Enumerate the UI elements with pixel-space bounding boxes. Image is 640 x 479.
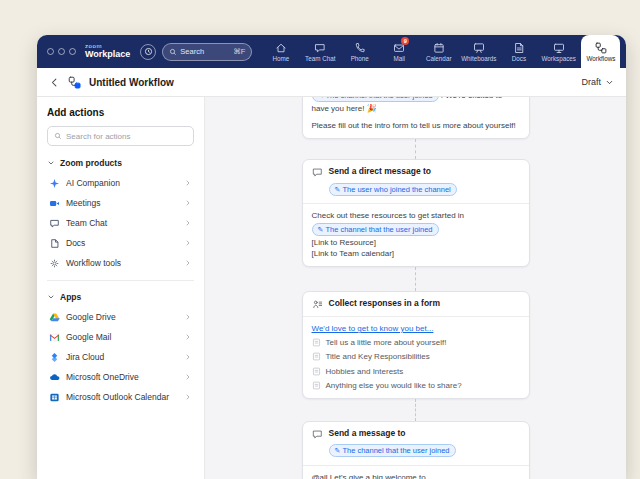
sidebar-item-meetings[interactable]: Meetings <box>47 193 194 213</box>
pencil-icon: ✎ <box>335 445 341 456</box>
outlook-calendar-icon <box>49 392 60 403</box>
workflow-card-send-message-2[interactable]: Send a message to ✎The channel that the … <box>302 421 530 479</box>
google-drive-icon <box>49 312 60 323</box>
back-button[interactable] <box>49 77 60 88</box>
nav-label: Mail <box>393 55 405 62</box>
nav-item-workspaces[interactable]: Workspaces <box>541 35 576 68</box>
sidebar-item-jira-cloud[interactable]: Jira Cloud <box>47 347 194 367</box>
variable-pill-user[interactable]: ✎The user who joined the channel <box>329 183 457 196</box>
link-placeholder: [Link to Resource] <box>312 237 520 248</box>
form-question: Anything else you would like to share? <box>326 380 462 391</box>
nav-item-phone[interactable]: Phone <box>343 35 377 68</box>
chat-bubble-icon <box>312 429 323 440</box>
pencil-icon: ✎ <box>318 97 324 101</box>
chevron-right-icon <box>184 373 192 381</box>
actions-search[interactable] <box>47 126 194 146</box>
team-chat-icon <box>314 42 326 54</box>
variable-pill-channel[interactable]: ✎The channel that the user joined <box>312 223 439 236</box>
onedrive-icon <box>49 372 60 383</box>
card-header: Collect responses in a form <box>303 292 529 317</box>
meetings-icon <box>49 198 60 209</box>
status-dropdown[interactable]: Draft <box>581 77 614 87</box>
card-body: We'd love to get to know you bet... Tell… <box>303 317 529 398</box>
maximize-window-button[interactable] <box>69 48 76 55</box>
chevron-right-icon <box>184 239 192 247</box>
chevron-right-icon <box>184 353 192 361</box>
sidebar-item-microsoft-onedrive[interactable]: Microsoft OneDrive <box>47 367 194 387</box>
phone-icon <box>354 42 366 54</box>
nav-item-home[interactable]: Home <box>264 35 298 68</box>
nav-item-mail[interactable]: 9 Mail <box>382 35 416 68</box>
search-icon <box>169 48 177 56</box>
home-icon <box>275 42 287 54</box>
pencil-icon: ✎ <box>335 184 341 195</box>
nav-tabs: Home Team Chat Phone 9 Mail Calendar <box>258 35 626 68</box>
sidebar-divider <box>47 280 194 281</box>
variable-pill-channel[interactable]: ✎The channel that the user joined <box>312 97 439 102</box>
nav-item-whiteboards[interactable]: Whiteboards <box>461 35 496 68</box>
variable-pill-channel[interactable]: ✎The channel that the user joined <box>329 444 456 457</box>
card-header: Send a direct message to ✎The user who j… <box>303 160 529 204</box>
form-link[interactable]: We'd love to get to know you bet... <box>312 324 434 333</box>
nav-label: Phone <box>351 55 369 62</box>
workflow-title-icon <box>68 76 81 89</box>
minimize-window-button[interactable] <box>58 48 65 55</box>
sidebar-item-workflow-tools[interactable]: Workflow tools <box>47 253 194 273</box>
sidebar-item-ai-companion[interactable]: AI Companion <box>47 173 194 193</box>
sidebar-item-docs[interactable]: Docs <box>47 233 194 253</box>
card-body: @all Let's give a big welcome to ✎The us… <box>303 466 529 479</box>
team-chat-icon <box>49 218 60 229</box>
nav-item-workflows[interactable]: Workflows <box>581 35 620 68</box>
chevron-right-icon <box>184 333 192 341</box>
card-header: Send a message to ✎The channel that the … <box>303 422 529 466</box>
sidebar-item-google-drive[interactable]: Google Drive <box>47 307 194 327</box>
chevron-right-icon <box>184 313 192 321</box>
actions-search-input[interactable] <box>66 132 187 141</box>
sidebar-item-label: Workflow tools <box>66 258 178 268</box>
app-window: zoom Workplace Search ⌘F Home Team Chat … <box>37 35 626 479</box>
global-search[interactable]: Search ⌘F <box>162 43 252 61</box>
chevron-down-icon <box>605 78 614 87</box>
sidebar-item-microsoft-outlook-calendar[interactable]: Microsoft Outlook Calendar <box>47 387 194 407</box>
chevron-right-icon <box>184 259 192 267</box>
workflow-card-send-direct-message[interactable]: Send a direct message to ✎The user who j… <box>302 159 530 267</box>
nav-label: Workspaces <box>541 55 576 62</box>
section-label: Zoom products <box>60 158 122 168</box>
close-window-button[interactable] <box>47 48 54 55</box>
pill-label: The channel that the user joined <box>325 97 432 101</box>
search-placeholder: Search <box>180 47 204 56</box>
section-apps[interactable]: Apps <box>47 290 194 304</box>
nav-label: Home <box>272 55 289 62</box>
form-question-row: Anything else you would like to share? <box>312 380 520 391</box>
link-placeholder: [Link to Team calendar] <box>312 248 520 259</box>
nav-label: Calendar <box>426 55 452 62</box>
nav-item-calendar[interactable]: Calendar <box>422 35 456 68</box>
workflow-tools-icon <box>49 258 60 269</box>
chevron-right-icon <box>184 393 192 401</box>
sidebar-item-label: Meetings <box>66 198 178 208</box>
zoom-workplace-logo: zoom Workplace <box>85 43 130 59</box>
card-title: Collect responses in a form <box>329 298 440 310</box>
chevron-down-icon <box>47 293 55 301</box>
form-question-row: Title and Key Responsibilities <box>312 351 520 362</box>
status-badge: Draft <box>581 77 601 87</box>
form-person-icon <box>312 299 323 310</box>
calendar-icon <box>433 42 445 54</box>
nav-item-docs[interactable]: Docs <box>502 35 536 68</box>
sidebar-item-team-chat[interactable]: Team Chat <box>47 213 194 233</box>
workflow-card-send-message-1[interactable]: ✎The channel that the user joined . We'r… <box>302 97 530 139</box>
section-zoom-products[interactable]: Zoom products <box>47 156 194 170</box>
page-title: Untitled Workflow <box>89 77 174 88</box>
clock-icon <box>144 47 153 56</box>
nav-label: Whiteboards <box>461 55 496 62</box>
history-button[interactable] <box>140 44 156 60</box>
sidebar-item-label: Microsoft Outlook Calendar <box>66 392 178 402</box>
chat-bubble-icon <box>312 167 323 178</box>
workflow-canvas[interactable]: ✎The channel that the user joined . We'r… <box>205 97 626 479</box>
sidebar-item-label: Google Drive <box>66 312 178 322</box>
chevron-down-icon <box>47 159 55 167</box>
nav-item-team-chat[interactable]: Team Chat <box>303 35 337 68</box>
sidebar-item-google-mail[interactable]: Google Mail <box>47 327 194 347</box>
workflow-card-collect-form[interactable]: Collect responses in a form We'd love to… <box>302 291 530 399</box>
form-question-row: Tell us a little more about yourself! <box>312 337 520 348</box>
